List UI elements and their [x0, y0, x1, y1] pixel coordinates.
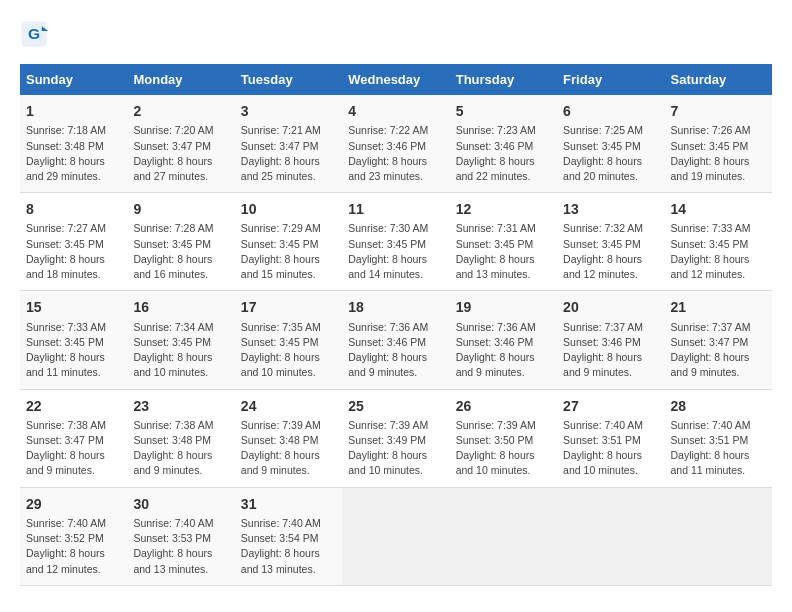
- calendar-week-1: 1Sunrise: 7:18 AM Sunset: 3:48 PM Daylig…: [20, 95, 772, 193]
- day-number: 11: [348, 199, 443, 219]
- day-info: Sunrise: 7:20 AM Sunset: 3:47 PM Dayligh…: [133, 123, 228, 184]
- day-number: 24: [241, 396, 336, 416]
- day-info: Sunrise: 7:39 AM Sunset: 3:50 PM Dayligh…: [456, 418, 551, 479]
- calendar-cell: 14Sunrise: 7:33 AM Sunset: 3:45 PM Dayli…: [665, 193, 772, 291]
- calendar-cell: 10Sunrise: 7:29 AM Sunset: 3:45 PM Dayli…: [235, 193, 342, 291]
- day-number: 14: [671, 199, 766, 219]
- day-info: Sunrise: 7:40 AM Sunset: 3:51 PM Dayligh…: [671, 418, 766, 479]
- day-number: 16: [133, 297, 228, 317]
- day-info: Sunrise: 7:36 AM Sunset: 3:46 PM Dayligh…: [348, 320, 443, 381]
- day-number: 27: [563, 396, 658, 416]
- day-info: Sunrise: 7:36 AM Sunset: 3:46 PM Dayligh…: [456, 320, 551, 381]
- day-number: 22: [26, 396, 121, 416]
- day-info: Sunrise: 7:34 AM Sunset: 3:45 PM Dayligh…: [133, 320, 228, 381]
- day-info: Sunrise: 7:39 AM Sunset: 3:48 PM Dayligh…: [241, 418, 336, 479]
- day-info: Sunrise: 7:40 AM Sunset: 3:54 PM Dayligh…: [241, 516, 336, 577]
- day-info: Sunrise: 7:25 AM Sunset: 3:45 PM Dayligh…: [563, 123, 658, 184]
- day-number: 31: [241, 494, 336, 514]
- day-info: Sunrise: 7:21 AM Sunset: 3:47 PM Dayligh…: [241, 123, 336, 184]
- weekday-header-sunday: Sunday: [20, 64, 127, 95]
- day-number: 12: [456, 199, 551, 219]
- calendar-cell: 12Sunrise: 7:31 AM Sunset: 3:45 PM Dayli…: [450, 193, 557, 291]
- calendar-cell: 13Sunrise: 7:32 AM Sunset: 3:45 PM Dayli…: [557, 193, 664, 291]
- day-number: 21: [671, 297, 766, 317]
- calendar-cell: 2Sunrise: 7:20 AM Sunset: 3:47 PM Daylig…: [127, 95, 234, 193]
- day-info: Sunrise: 7:38 AM Sunset: 3:48 PM Dayligh…: [133, 418, 228, 479]
- weekday-header-tuesday: Tuesday: [235, 64, 342, 95]
- day-info: Sunrise: 7:38 AM Sunset: 3:47 PM Dayligh…: [26, 418, 121, 479]
- day-number: 10: [241, 199, 336, 219]
- calendar-cell: 21Sunrise: 7:37 AM Sunset: 3:47 PM Dayli…: [665, 291, 772, 389]
- day-number: 13: [563, 199, 658, 219]
- calendar-cell: 16Sunrise: 7:34 AM Sunset: 3:45 PM Dayli…: [127, 291, 234, 389]
- calendar-cell: 27Sunrise: 7:40 AM Sunset: 3:51 PM Dayli…: [557, 389, 664, 487]
- day-number: 19: [456, 297, 551, 317]
- calendar-cell: 1Sunrise: 7:18 AM Sunset: 3:48 PM Daylig…: [20, 95, 127, 193]
- calendar-cell: 11Sunrise: 7:30 AM Sunset: 3:45 PM Dayli…: [342, 193, 449, 291]
- day-number: 8: [26, 199, 121, 219]
- day-info: Sunrise: 7:28 AM Sunset: 3:45 PM Dayligh…: [133, 221, 228, 282]
- day-number: 2: [133, 101, 228, 121]
- day-info: Sunrise: 7:29 AM Sunset: 3:45 PM Dayligh…: [241, 221, 336, 282]
- day-info: Sunrise: 7:22 AM Sunset: 3:46 PM Dayligh…: [348, 123, 443, 184]
- calendar-cell: [557, 487, 664, 585]
- day-number: 15: [26, 297, 121, 317]
- day-number: 7: [671, 101, 766, 121]
- calendar-cell: 19Sunrise: 7:36 AM Sunset: 3:46 PM Dayli…: [450, 291, 557, 389]
- weekday-header-friday: Friday: [557, 64, 664, 95]
- logo-icon: G: [20, 20, 48, 48]
- day-info: Sunrise: 7:30 AM Sunset: 3:45 PM Dayligh…: [348, 221, 443, 282]
- day-info: Sunrise: 7:37 AM Sunset: 3:47 PM Dayligh…: [671, 320, 766, 381]
- day-number: 20: [563, 297, 658, 317]
- day-info: Sunrise: 7:27 AM Sunset: 3:45 PM Dayligh…: [26, 221, 121, 282]
- calendar-cell: 30Sunrise: 7:40 AM Sunset: 3:53 PM Dayli…: [127, 487, 234, 585]
- day-info: Sunrise: 7:31 AM Sunset: 3:45 PM Dayligh…: [456, 221, 551, 282]
- calendar-cell: 15Sunrise: 7:33 AM Sunset: 3:45 PM Dayli…: [20, 291, 127, 389]
- calendar-cell: 5Sunrise: 7:23 AM Sunset: 3:46 PM Daylig…: [450, 95, 557, 193]
- calendar-cell: 31Sunrise: 7:40 AM Sunset: 3:54 PM Dayli…: [235, 487, 342, 585]
- calendar-cell: 7Sunrise: 7:26 AM Sunset: 3:45 PM Daylig…: [665, 95, 772, 193]
- day-info: Sunrise: 7:26 AM Sunset: 3:45 PM Dayligh…: [671, 123, 766, 184]
- calendar-cell: [342, 487, 449, 585]
- calendar-cell: 8Sunrise: 7:27 AM Sunset: 3:45 PM Daylig…: [20, 193, 127, 291]
- day-info: Sunrise: 7:18 AM Sunset: 3:48 PM Dayligh…: [26, 123, 121, 184]
- day-number: 30: [133, 494, 228, 514]
- weekday-header-thursday: Thursday: [450, 64, 557, 95]
- calendar-week-2: 8Sunrise: 7:27 AM Sunset: 3:45 PM Daylig…: [20, 193, 772, 291]
- calendar-cell: 9Sunrise: 7:28 AM Sunset: 3:45 PM Daylig…: [127, 193, 234, 291]
- weekday-header-wednesday: Wednesday: [342, 64, 449, 95]
- calendar-cell: 28Sunrise: 7:40 AM Sunset: 3:51 PM Dayli…: [665, 389, 772, 487]
- calendar-cell: [450, 487, 557, 585]
- calendar-cell: 6Sunrise: 7:25 AM Sunset: 3:45 PM Daylig…: [557, 95, 664, 193]
- day-number: 1: [26, 101, 121, 121]
- day-number: 17: [241, 297, 336, 317]
- day-info: Sunrise: 7:40 AM Sunset: 3:51 PM Dayligh…: [563, 418, 658, 479]
- calendar-cell: 25Sunrise: 7:39 AM Sunset: 3:49 PM Dayli…: [342, 389, 449, 487]
- calendar-cell: 22Sunrise: 7:38 AM Sunset: 3:47 PM Dayli…: [20, 389, 127, 487]
- logo: G: [20, 20, 52, 48]
- day-info: Sunrise: 7:32 AM Sunset: 3:45 PM Dayligh…: [563, 221, 658, 282]
- day-info: Sunrise: 7:40 AM Sunset: 3:52 PM Dayligh…: [26, 516, 121, 577]
- day-number: 5: [456, 101, 551, 121]
- calendar-week-3: 15Sunrise: 7:33 AM Sunset: 3:45 PM Dayli…: [20, 291, 772, 389]
- day-number: 4: [348, 101, 443, 121]
- calendar-cell: 23Sunrise: 7:38 AM Sunset: 3:48 PM Dayli…: [127, 389, 234, 487]
- page-header: G: [20, 20, 772, 48]
- day-info: Sunrise: 7:40 AM Sunset: 3:53 PM Dayligh…: [133, 516, 228, 577]
- calendar-cell: 17Sunrise: 7:35 AM Sunset: 3:45 PM Dayli…: [235, 291, 342, 389]
- calendar-cell: 3Sunrise: 7:21 AM Sunset: 3:47 PM Daylig…: [235, 95, 342, 193]
- calendar-cell: 20Sunrise: 7:37 AM Sunset: 3:46 PM Dayli…: [557, 291, 664, 389]
- day-number: 18: [348, 297, 443, 317]
- day-number: 28: [671, 396, 766, 416]
- calendar-week-4: 22Sunrise: 7:38 AM Sunset: 3:47 PM Dayli…: [20, 389, 772, 487]
- calendar-table: SundayMondayTuesdayWednesdayThursdayFrid…: [20, 64, 772, 586]
- day-number: 25: [348, 396, 443, 416]
- calendar-cell: 4Sunrise: 7:22 AM Sunset: 3:46 PM Daylig…: [342, 95, 449, 193]
- day-info: Sunrise: 7:39 AM Sunset: 3:49 PM Dayligh…: [348, 418, 443, 479]
- calendar-cell: 24Sunrise: 7:39 AM Sunset: 3:48 PM Dayli…: [235, 389, 342, 487]
- day-number: 29: [26, 494, 121, 514]
- day-info: Sunrise: 7:33 AM Sunset: 3:45 PM Dayligh…: [671, 221, 766, 282]
- weekday-header-saturday: Saturday: [665, 64, 772, 95]
- weekday-header-monday: Monday: [127, 64, 234, 95]
- calendar-cell: 29Sunrise: 7:40 AM Sunset: 3:52 PM Dayli…: [20, 487, 127, 585]
